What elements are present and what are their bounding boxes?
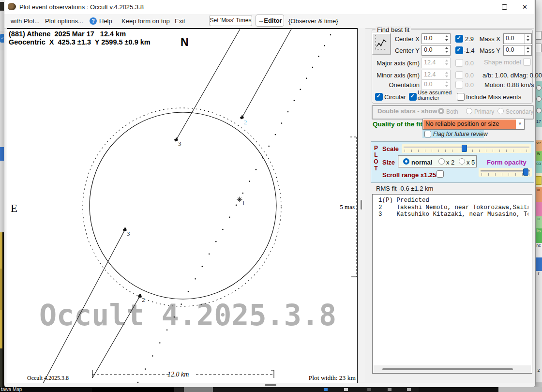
taskbar-segment[interactable] (334, 387, 358, 392)
star-path-dot (222, 229, 224, 230)
orientation-offset: 0.0 (465, 81, 474, 89)
taskbar-icon (407, 388, 411, 391)
taskbar-segment[interactable] (174, 387, 184, 392)
set-miss-times-button[interactable]: Set 'Miss' Times (209, 15, 252, 26)
form-opacity-label: Form opacity (487, 159, 527, 166)
star-path-dot (262, 157, 263, 159)
plot-vertical-scrollbar[interactable] (358, 28, 365, 382)
menu-with-plot[interactable]: with Plot... (11, 17, 40, 25)
mass-x-input[interactable]: 0.0 (503, 33, 532, 44)
center-y-checkbox[interactable] (455, 46, 463, 54)
double-stars-primary-label: Primary (474, 108, 494, 115)
taskbar-segment[interactable] (358, 387, 380, 392)
size-x5-radio[interactable] (459, 158, 465, 165)
menu-exit[interactable]: Exit (175, 17, 185, 25)
double-stars-secondary-radio[interactable] (497, 108, 504, 114)
chord-line-2 (242, 29, 291, 118)
chevron-down-icon[interactable]: ˅ (516, 120, 524, 129)
size-x2-label: x 2 (446, 159, 454, 166)
form-opacity-slider[interactable] (479, 168, 532, 177)
shape-model-label: Shape model (484, 59, 520, 66)
size-normal-radio[interactable] (403, 158, 409, 165)
mass-y-input[interactable]: 0.0 (503, 45, 532, 56)
double-stars-primary-radio[interactable] (466, 108, 472, 114)
north-label: N (181, 36, 189, 49)
center-x-checkbox[interactable] (455, 35, 463, 43)
orientation-label: Orientation (373, 81, 420, 89)
minimize-button[interactable] (472, 0, 494, 14)
form-opacity-slider-thumb[interactable] (523, 168, 528, 176)
star-path-dot (306, 78, 307, 79)
scale-slider[interactable] (402, 144, 531, 153)
east-label: E (11, 202, 17, 215)
major-axis-offset: 0.0 (465, 60, 474, 67)
scroll-range-label: Scroll range x1.25 (382, 171, 436, 179)
double-stars-both-radio[interactable] (438, 108, 444, 114)
plot-horizontal-scrollbar[interactable] (5, 383, 534, 387)
close-button[interactable]: ✕ (515, 0, 535, 14)
asteroid-limit-circle-dashed (83, 108, 281, 306)
chord-event-marker (176, 138, 177, 139)
horizontal-scroll-thumb[interactable] (265, 384, 276, 386)
star-path-dot (236, 205, 237, 206)
right-edge-fragment (535, 278, 542, 368)
orientation-input: 0.0 (422, 79, 451, 90)
vertical-scroll-thumb[interactable] (361, 200, 362, 210)
center-x-offset: 2.9 (465, 35, 474, 43)
center-y-input[interactable]: 0.0 (422, 45, 451, 56)
observation-lines: 1(P) Predicted 2 Takeshi Nemoto, near To… (378, 197, 528, 218)
taskbar[interactable]: tawa Map (0, 387, 542, 392)
help-icon[interactable]: ? (90, 17, 97, 25)
right-edge-fragment (535, 202, 542, 216)
circular-checkbox[interactable] (375, 93, 383, 101)
taskbar-segment[interactable] (498, 387, 542, 392)
scroll-range-checkbox[interactable] (437, 170, 444, 178)
taskbar-segment[interactable] (213, 387, 317, 392)
size-label: Size (382, 159, 395, 166)
window-title: Plot event observations : Occult v.4.202… (19, 3, 144, 11)
taskbar-segment[interactable] (92, 387, 174, 392)
right-edge-fragment: lis (535, 228, 542, 243)
plot-area[interactable]: Occult 4.2025.3.8 32321 (881) Athene 202… (7, 28, 358, 384)
geocentric-line: Geocentric X 425.3 ±1.3 Y 2599.5 ±0.9 km (9, 38, 151, 46)
editor-button[interactable]: →Editor (256, 15, 284, 27)
maximize-icon (502, 4, 507, 10)
mass-x-spinner[interactable] (524, 34, 531, 44)
scale-slider-thumb[interactable] (462, 145, 467, 152)
double-stars-both-label: Both (446, 108, 458, 115)
center-y-label: Center Y (385, 47, 420, 54)
find-best-fit-label: Find best fit (376, 26, 411, 33)
star-path-dot (152, 355, 153, 357)
center-x-input[interactable]: 0.0 (422, 33, 451, 44)
menu-plot-options[interactable]: Plot options... (45, 17, 83, 25)
screen: ✓ 17vewcoorclisncr2 tawa Map Plot event … (0, 0, 542, 392)
plot-vertical-label: PLOT (374, 145, 378, 172)
chord-event-marker (124, 228, 126, 229)
observation-list-scroll-thumb[interactable] (382, 368, 513, 370)
center-y-spinner[interactable] (443, 45, 450, 55)
right-edge-fragment: nc (535, 243, 542, 257)
mass-y-spinner[interactable] (524, 45, 531, 55)
menu-help[interactable]: Help (99, 17, 112, 25)
taskbar-segment[interactable] (184, 387, 213, 392)
taskbar-segment[interactable] (419, 387, 498, 392)
taskbar-segment[interactable] (317, 387, 334, 392)
taskbar-segment[interactable] (399, 387, 419, 392)
chord-station-number: 2 (244, 119, 247, 126)
flag-review-checkbox[interactable] (424, 131, 431, 137)
ab-dmag-label: a/b: 1.00, dMag: 0.00 (482, 72, 542, 79)
use-assumed-diameter-checkbox[interactable] (409, 93, 417, 101)
background-right-window: 17vewcoorclisncr2 (535, 0, 542, 392)
star-path-dot (281, 122, 283, 124)
menu-keep-on-top[interactable]: Keep form on top (121, 17, 170, 25)
observation-list[interactable]: 1(P) Predicted 2 Takeshi Nemoto, near To… (372, 194, 532, 374)
include-miss-events-checkbox[interactable] (457, 93, 465, 101)
observation-list-scrollbar[interactable] (374, 365, 531, 373)
size-x2-radio[interactable] (438, 158, 445, 165)
center-x-spinner[interactable] (443, 34, 450, 44)
taskbar-segment[interactable] (380, 387, 399, 392)
quality-of-fit-combo[interactable]: No reliable position or size ˅ (422, 119, 525, 130)
maximize-button[interactable] (494, 0, 515, 14)
version-label: Occult 4.2025.3.8 (27, 375, 69, 382)
right-edge-fragment: co (535, 161, 542, 173)
